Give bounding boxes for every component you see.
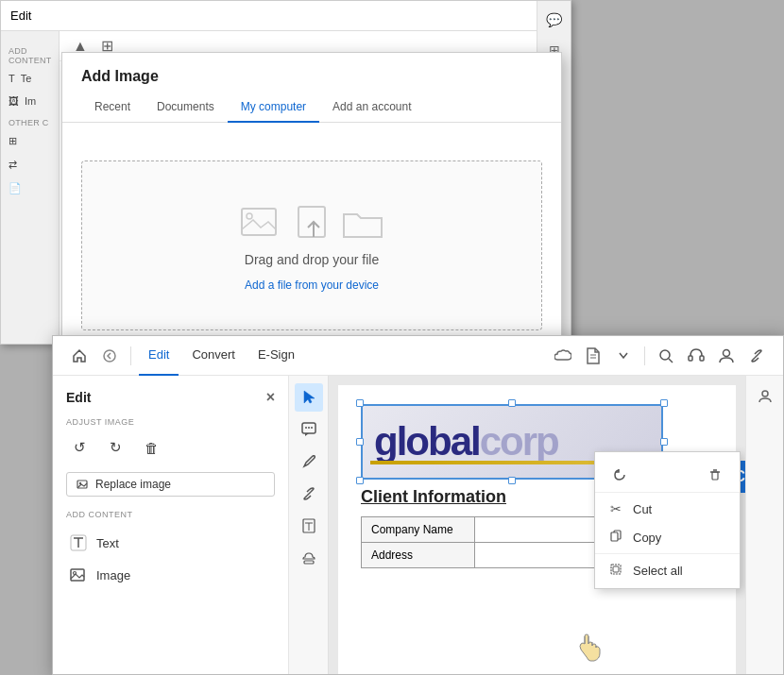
bg-sidebar-item-4[interactable]: ⇄ [1,153,59,177]
svg-rect-39 [611,532,618,541]
fg-panel-title: Edit × [66,389,275,406]
bg-sidebar-item-image[interactable]: 🖼 Im [1,90,59,112]
logo-text-main: global [374,422,480,462]
handle-ml[interactable] [356,438,364,446]
tab-my-computer[interactable]: My computer [228,94,319,123]
drop-icons [240,199,383,241]
stamp-tool[interactable] [295,544,323,572]
bg-image-label: Im [25,95,36,107]
context-select-all-item[interactable]: Select all [595,556,740,584]
bg-text-label: Te [21,73,32,84]
replace-image-button[interactable]: Replace image [66,472,275,497]
context-divider-2 [595,553,740,554]
svg-rect-0 [242,209,276,235]
fg-navbar: Edit Convert E-Sign [53,336,783,376]
tab-add-account[interactable]: Add an account [319,94,424,123]
nav-divider-1 [130,346,131,365]
svg-point-24 [311,427,313,429]
adjust-icons-row: ↺ ↻ 🗑 [66,434,275,461]
handle-bc[interactable] [508,477,516,484]
dialog-tabs: Recent Documents My computer Add an acco… [62,85,561,123]
context-menu-top-row [595,456,740,490]
right-panel-icon-1[interactable] [752,383,778,410]
link-icon[interactable] [743,343,770,369]
text-tool[interactable] [295,512,323,540]
drop-zone[interactable]: Drag and drop your file Add a file from … [81,160,542,330]
cursor-hand-icon [573,629,604,668]
bg-sidebar-item-5[interactable]: 📄 [1,177,59,200]
svg-rect-9 [689,356,692,361]
svg-point-11 [724,349,730,356]
file-icon[interactable] [580,343,606,369]
svg-point-22 [308,427,310,429]
select-tool-button[interactable] [295,383,323,412]
pen-tool[interactable] [295,447,323,476]
context-refresh-icon[interactable] [606,462,633,488]
cloud-icon[interactable] [550,343,576,369]
cut-icon: ✂ [608,501,623,516]
adjust-image-label: ADJUST IMAGE [66,417,275,427]
select-all-icon [608,563,623,578]
nav-divider-2 [644,346,645,365]
context-divider-1 [595,492,740,493]
bg-item3-icon: ⊞ [9,135,17,147]
fg-right-panel [745,376,783,674]
add-image-item[interactable]: Image [66,559,275,591]
context-delete-icon[interactable] [702,462,728,488]
handle-mr[interactable] [660,438,668,446]
tab-recent[interactable]: Recent [81,94,144,123]
dialog-title: Add Image [62,53,561,85]
tab-documents[interactable]: Documents [144,94,228,123]
foreground-editor-window: Edit Convert E-Sign [52,335,784,675]
svg-line-12 [755,354,758,358]
fg-panel-close-button[interactable]: × [266,389,275,406]
svg-rect-30 [304,561,314,564]
bg-item4-icon: ⇄ [9,159,17,171]
handle-tc[interactable] [508,399,516,407]
handle-tl[interactable] [356,399,364,407]
handle-tr[interactable] [660,399,668,407]
svg-point-7 [660,350,670,360]
add-image-dialog: Add Image Recent Documents My computer A… [61,52,562,369]
redo-button[interactable]: ↻ [102,434,128,461]
svg-rect-36 [712,472,718,480]
headphones-icon[interactable] [683,343,709,369]
nav-link-esign[interactable]: E-Sign [248,336,304,376]
context-cut-item[interactable]: ✂ Cut [595,495,740,523]
bg-sidebar: ADD CONTENT T Te 🖼 Im OTHER C ⊞ ⇄ 📄 [1,31,60,344]
nav-link-convert[interactable]: Convert [182,336,245,376]
link-tool[interactable] [295,480,323,508]
add-image-icon [70,566,87,583]
handle-bl[interactable] [356,477,364,484]
back-icon[interactable] [96,343,123,369]
add-text-icon [70,534,87,551]
user-icon[interactable] [713,343,740,369]
add-comment-tool[interactable] [295,415,323,444]
svg-rect-10 [700,356,704,361]
chevron-down-icon[interactable] [610,343,637,369]
svg-line-26 [307,492,311,496]
search-icon[interactable] [653,343,679,369]
add-file-link[interactable]: Add a file from your device [245,278,379,292]
svg-point-23 [305,427,307,429]
drop-zone-text: Drag and drop your file [245,252,379,267]
bg-titlebar: Edit × [1,1,571,31]
bg-sidebar-item-text[interactable]: T Te [1,67,59,90]
home-icon[interactable] [66,343,93,369]
add-text-item[interactable]: Text [66,527,275,559]
delete-button[interactable]: 🗑 [138,434,164,461]
bg-right-icon-1[interactable]: 💬 [543,8,566,31]
bg-image-icon: 🖼 [9,95,19,107]
svg-point-42 [762,391,768,397]
bg-window-title: Edit [10,8,31,23]
undo-button[interactable]: ↺ [66,434,93,461]
svg-rect-41 [613,566,619,572]
fg-left-panel: Edit × ADJUST IMAGE ↺ ↻ 🗑 [53,376,289,674]
context-copy-item[interactable]: Copy [595,523,740,551]
nav-link-edit[interactable]: Edit [139,336,179,376]
fg-doc-toolbar [289,376,329,674]
fg-doc-area: global corp [289,376,745,674]
bg-add-content-label: ADD CONTENT [1,41,59,67]
copy-icon [608,530,623,545]
bg-sidebar-item-3[interactable]: ⊞ [1,129,59,153]
